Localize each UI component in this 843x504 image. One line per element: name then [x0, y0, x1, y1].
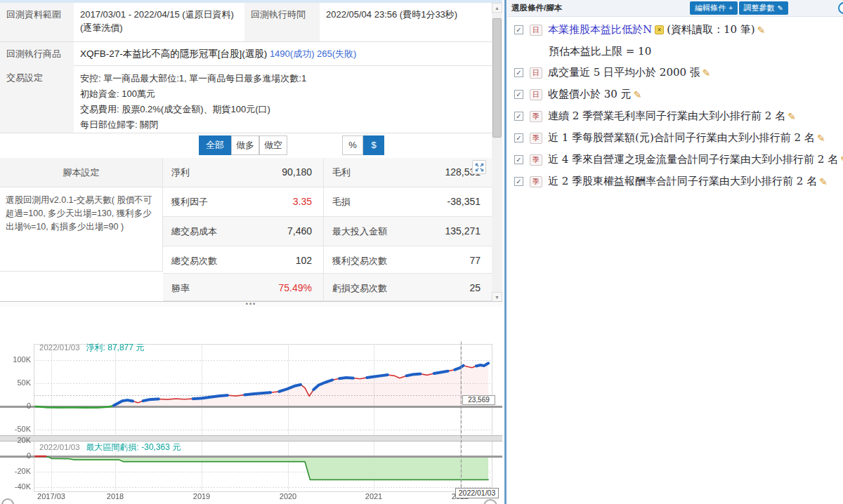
plus-icon: + [728, 4, 733, 12]
filter-all-button[interactable]: 全部 [199, 135, 231, 155]
metric-value: 77 [427, 246, 492, 274]
period-badge: 季 [530, 176, 542, 187]
edit-pencil-icon[interactable]: ✎ [840, 154, 843, 166]
filter-short-button[interactable]: 做空 [259, 135, 287, 155]
max-drawdown-legend: 2022/01/03最大區間虧損: -30,363 元 [39, 442, 181, 453]
net-profit-legend: 2022/01/03淨利: 87,877 元 [39, 342, 144, 354]
metric-label: 勝率 [163, 274, 261, 301]
filter-bar: 全部 做多 做空 % $ [0, 133, 502, 158]
condition-row: ✓ 日 收盤價小於 30 元 ✎ [507, 84, 843, 105]
condition-checkbox[interactable]: ✓ [514, 112, 523, 121]
condition-row: ✓ 季 近 4 季來自營運之現金流量合計同子行業由大到小排行前 2 名 ✎ [507, 149, 843, 171]
conditions-list: ✓ 日 本業推股本益比低於N ✕ (資料讀取：10 筆) ✎ 預估本益比上限 =… [507, 17, 843, 192]
backtest-app: 回測資料範圍 2017/03/01 - 2022/04/15 (還原日資料) (… [0, 0, 843, 504]
condition-link[interactable]: 本業推股本益比低於N [548, 23, 652, 37]
threshold-value-tag: 23,569 [462, 395, 495, 405]
adjust-params-button[interactable]: 調整參數✎ [739, 1, 788, 15]
conditions-title: 選股條件/腳本 [511, 3, 562, 13]
condition-checkbox[interactable]: ✓ [514, 68, 523, 77]
period-badge: 季 [530, 133, 542, 144]
edit-pencil-icon[interactable]: ✎ [817, 133, 825, 144]
product-label: 回測執行商品 [0, 42, 74, 66]
y-axis-tick: -50K [0, 425, 31, 433]
trade-settings-value: 安控: 單一商品最大部位:1, 單一商品每日最多進場次數:1 初始資金: 100… [74, 66, 492, 133]
fail-count-link[interactable]: 265(失敗) [317, 48, 356, 59]
conditions-header: 選股條件/腳本 編輯條件+ 調整參數✎ [507, 0, 843, 17]
filter-long-button[interactable]: 做多 [231, 135, 259, 155]
metric-value: 102 [261, 246, 323, 274]
x-axis-tick: 2019 [193, 492, 210, 500]
condition-row: ✓ 日 本業推股本益比低於N ✕ (資料讀取：10 筆) ✎ [507, 19, 843, 41]
edit-pencil-icon[interactable]: ✎ [788, 111, 796, 122]
condition-text: 成交量近 5 日平均小於 2000 張 [548, 66, 700, 79]
scroll-up-arrow[interactable]: ▲ [492, 3, 502, 13]
condition-checkbox[interactable]: ✓ [514, 90, 523, 99]
success-count-link[interactable]: 1490(成功) [270, 48, 315, 59]
percent-toggle-button[interactable]: % [342, 135, 363, 155]
x-axis-tick: 2021 [365, 492, 382, 500]
edit-conditions-button[interactable]: 編輯條件+ [690, 1, 738, 15]
cursor-date-tag: 2022/01/03 [455, 488, 499, 498]
condition-suffix: (資料讀取：10 筆) [667, 23, 755, 37]
period-badge: 日 [530, 67, 542, 79]
dollar-toggle-button[interactable]: $ [363, 135, 384, 155]
range-label: 回測資料範圍 [0, 3, 74, 41]
table-row: 交易設定 安控: 單一商品最大部位:1, 單一商品每日最多進場次數:1 初始資金… [0, 66, 492, 133]
metric-label: 毛利 [323, 158, 427, 187]
product-value: XQFB-27-本益比不高的隱形冠軍[台股](選股) 1490(成功) 265(… [74, 42, 492, 66]
exec-time-value: 2022/05/04 23:56 (費時1分33秒) [320, 3, 492, 41]
edit-pencil-icon[interactable]: ✎ [702, 67, 711, 79]
table-row: 回測執行商品 XQFB-27-本益比不高的隱形冠軍[台股](選股) 1490(成… [0, 42, 492, 66]
condition-parameter: 預估本益比上限 = 10 [507, 41, 843, 62]
table-row: 回測資料範圍 2017/03/01 - 2022/04/15 (還原日資料) (… [0, 3, 492, 42]
condition-row: ✓ 季 連續 2 季營業毛利率同子行業由大到小排行前 2 名 ✎ [507, 105, 843, 127]
script-settings-header: 腳本設定 [0, 158, 163, 187]
y-axis-tick: -40K [0, 482, 31, 491]
period-badge: 季 [530, 154, 542, 166]
clipped-floating-button[interactable] [838, 2, 843, 14]
x-axis-tick: 2017/03 [37, 492, 65, 500]
metric-value: 3.35 [261, 187, 323, 217]
condition-checkbox[interactable]: ✓ [514, 25, 523, 34]
equity-curve-chart[interactable] [0, 307, 502, 504]
y-axis-tick: -20K [0, 467, 31, 475]
metric-value: 7,460 [261, 217, 323, 246]
x-axis-tick: 2020 [280, 492, 296, 500]
metric-value: 90,180 [261, 158, 323, 187]
metrics-table: 腳本設定 選股回測用v2.0.1-交易天數( 股價不可超過=100, 多少天出場… [0, 158, 502, 301]
condition-text: 近 2 季股東權益報酬率合計同子行業由大到小排行前 2 名 [548, 175, 817, 188]
script-attachment-icon[interactable]: ✕ [655, 25, 664, 34]
condition-checkbox[interactable]: ✓ [514, 155, 523, 164]
metric-label: 虧損交易次數 [323, 274, 427, 301]
edit-pencil-icon[interactable]: ✎ [819, 176, 828, 187]
trade-settings-label: 交易設定 [0, 66, 74, 133]
results-scrollbar[interactable]: ▲ ▼ [492, 3, 502, 302]
condition-checkbox[interactable]: ✓ [514, 177, 523, 186]
condition-row: ✓ 日 成交量近 5 日平均小於 2000 張 ✎ [507, 62, 843, 84]
drawdown-value-label: 最大區間虧損: -30,363 元 [86, 442, 181, 452]
cursor-date-label: 2022/01/03 [39, 443, 80, 451]
period-badge: 日 [530, 25, 542, 36]
metric-label: 淨利 [163, 158, 261, 187]
condition-row: ✓ 季 近 2 季股東權益報酬率合計同子行業由大到小排行前 2 名 ✎ [507, 171, 843, 192]
y-axis-tick: 0 [0, 402, 31, 410]
edit-pencil-icon[interactable]: ✎ [757, 25, 766, 36]
trade-line: 初始資金: 100萬元 [80, 86, 485, 102]
backtest-info-table: 回測資料範圍 2017/03/01 - 2022/04/15 (還原日資料) (… [0, 3, 492, 133]
panel-divider[interactable] [502, 0, 507, 504]
metric-label: 獲利因子 [163, 187, 261, 217]
y-axis-tick: 50K [0, 378, 31, 387]
trade-line: 交易費用: 股票0.2%(成交金額)、期貨100元(口) [80, 102, 485, 117]
condition-text: 連續 2 季營業毛利率同子行業由大到小排行前 2 名 [548, 110, 785, 123]
scrollbar-thumb[interactable] [492, 18, 502, 138]
range-value: 2017/03/01 - 2022/04/15 (還原日資料) (逐筆洗價) [74, 3, 244, 41]
net-profit-value-label: 淨利: 87,877 元 [86, 343, 145, 352]
period-badge: 日 [530, 89, 542, 100]
product-name: XQFB-27-本益比不高的隱形冠軍[台股](選股) [80, 48, 267, 59]
condition-text: 近 1 季每股營業額(元)合計同子行業由大到小排行前 2 名 [548, 131, 815, 145]
scroll-down-arrow[interactable]: ▼ [492, 292, 502, 302]
condition-checkbox[interactable]: ✓ [514, 133, 523, 142]
y-axis-tick: 0 [0, 451, 31, 460]
edit-pencil-icon[interactable]: ✎ [634, 89, 642, 100]
table-expand-icon[interactable] [472, 160, 486, 174]
